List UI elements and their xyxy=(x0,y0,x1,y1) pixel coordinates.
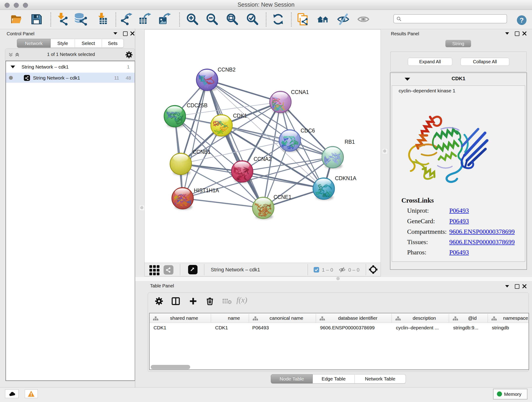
svg-text:CDK1: CDK1 xyxy=(233,113,247,119)
svg-text:CCNE1: CCNE1 xyxy=(273,194,291,200)
svg-text:HIST1H1A: HIST1H1A xyxy=(194,187,219,193)
svg-text:RB1: RB1 xyxy=(345,139,355,145)
svg-text:CDKN1A: CDKN1A xyxy=(335,175,356,181)
svg-text:CCNA1: CCNA1 xyxy=(291,89,309,95)
svg-text:CCNA2: CCNA2 xyxy=(254,156,272,162)
svg-text:CCNB2: CCNB2 xyxy=(218,67,235,73)
svg-text:CDC25B: CDC25B xyxy=(187,102,208,108)
svg-text:CCNB1: CCNB1 xyxy=(193,149,210,155)
svg-text:CDC6: CDC6 xyxy=(301,128,315,134)
